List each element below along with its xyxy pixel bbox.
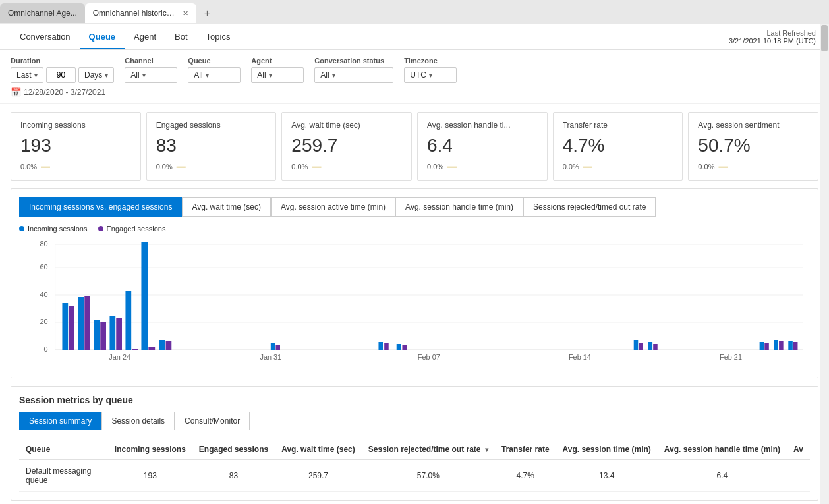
queue-value: All xyxy=(194,70,202,80)
tab-conversation[interactable]: Conversation xyxy=(11,24,80,49)
svg-rect-19 xyxy=(125,291,131,350)
nav-tabs: Conversation Queue Agent Bot Topics Last… xyxy=(0,24,829,50)
kpi-footer-4: 0.0% — xyxy=(563,161,673,172)
svg-rect-31 xyxy=(384,343,389,350)
kpi-title-1: Engaged sessions xyxy=(156,121,267,130)
svg-text:Feb 07: Feb 07 xyxy=(418,354,440,361)
chart-container: 0 20 40 60 80 xyxy=(19,238,810,370)
sub-tabs: Session summary Session details Consult/… xyxy=(19,412,810,430)
kpi-dash-3: — xyxy=(447,161,457,172)
duration-preset-select[interactable]: Last ▾ xyxy=(11,67,43,83)
svg-text:Feb 21: Feb 21 xyxy=(720,354,742,361)
kpi-value-3: 6.4 xyxy=(427,135,538,156)
tab-topics[interactable]: Topics xyxy=(197,24,240,49)
agent-label: Agent xyxy=(251,57,304,65)
conv-status-label: Conversation status xyxy=(314,57,393,65)
kpi-change-3: 0.0% xyxy=(427,163,443,171)
tab-queue[interactable]: Queue xyxy=(80,24,125,49)
channel-select[interactable]: All ▾ xyxy=(125,67,177,83)
svg-rect-12 xyxy=(69,306,74,350)
last-refreshed-label: Last Refreshed xyxy=(729,29,816,37)
scrollbar-thumb[interactable] xyxy=(821,25,828,51)
chart-tab-2[interactable]: Avg. session active time (min) xyxy=(271,197,395,217)
cell-av xyxy=(787,460,810,492)
col-rejected[interactable]: Session rejected/time out rate ▾ xyxy=(362,439,495,460)
cell-engaged: 83 xyxy=(192,460,275,492)
col-queue: Queue xyxy=(19,439,108,460)
add-tab-button[interactable]: + xyxy=(200,6,214,20)
svg-text:Feb 14: Feb 14 xyxy=(569,354,591,361)
chevron-down-icon: ▾ xyxy=(206,72,209,79)
kpi-title-0: Incoming sessions xyxy=(20,121,131,130)
svg-rect-43 xyxy=(793,342,798,350)
svg-rect-33 xyxy=(402,345,407,350)
chart-tab-1[interactable]: Avg. wait time (sec) xyxy=(182,197,270,217)
duration-value-input[interactable] xyxy=(46,67,76,83)
table-row: Default messaging queue 193 83 259.7 57.… xyxy=(19,460,810,492)
chevron-down-icon: ▾ xyxy=(142,72,146,79)
legend-engaged-dot xyxy=(98,226,103,231)
duration-preset-value: Last xyxy=(16,70,32,80)
svg-rect-45 xyxy=(275,345,280,350)
svg-text:60: 60 xyxy=(40,264,48,271)
scrollbar[interactable] xyxy=(820,24,829,504)
filter-queue: Queue All ▾ xyxy=(188,57,241,83)
col-avg-session: Avg. session time (min) xyxy=(556,439,658,460)
svg-text:0: 0 xyxy=(44,346,48,353)
chart-tab-0[interactable]: Incoming sessions vs. engaged sessions xyxy=(19,197,182,217)
kpi-title-4: Transfer rate xyxy=(563,121,673,130)
chevron-down-icon: ▾ xyxy=(429,72,432,79)
kpi-value-0: 193 xyxy=(20,135,131,156)
svg-text:40: 40 xyxy=(40,291,48,298)
svg-rect-14 xyxy=(84,296,90,350)
svg-rect-16 xyxy=(100,322,106,350)
chevron-down-icon: ▾ xyxy=(269,72,272,79)
cell-avg-wait: 259.7 xyxy=(275,460,362,492)
tab-bot[interactable]: Bot xyxy=(165,24,197,49)
svg-rect-35 xyxy=(639,343,643,350)
cell-avg-handle: 6.4 xyxy=(658,460,787,492)
filter-conv-status: Conversation status All ▾ xyxy=(314,57,393,83)
kpi-dash-5: — xyxy=(718,161,728,172)
browser-tab-1[interactable]: Omnichannel Age... xyxy=(0,3,85,23)
browser-tab-2[interactable]: Omnichannel historical an... ✕ xyxy=(85,3,196,23)
legend-engaged: Engaged sessions xyxy=(98,225,166,233)
kpi-dash-4: — xyxy=(583,161,592,172)
channel-value: All xyxy=(130,70,139,80)
last-refreshed-value: 3/21/2021 10:18 PM (UTC) xyxy=(729,37,816,45)
close-icon[interactable]: ✕ xyxy=(183,9,188,18)
sub-tab-consult[interactable]: Consult/Monitor xyxy=(175,412,250,430)
timezone-value: UTC xyxy=(410,70,426,80)
svg-rect-24 xyxy=(166,341,172,350)
kpi-change-5: 0.0% xyxy=(698,163,714,171)
kpi-dash-2: — xyxy=(312,161,321,172)
svg-text:Jan 31: Jan 31 xyxy=(260,354,281,361)
svg-rect-11 xyxy=(62,303,68,350)
kpi-value-2: 259.7 xyxy=(291,135,402,156)
agent-select[interactable]: All ▾ xyxy=(251,67,304,83)
svg-text:80: 80 xyxy=(40,240,48,248)
conv-status-select[interactable]: All ▾ xyxy=(314,67,393,83)
kpi-footer-5: 0.0% — xyxy=(698,161,809,172)
chart-tab-3[interactable]: Avg. session handle time (min) xyxy=(395,197,523,217)
kpi-card-3: Avg. session handle ti... 6.4 0.0% — xyxy=(417,112,548,181)
tab-agent[interactable]: Agent xyxy=(125,24,165,49)
section-title: Session metrics by queue xyxy=(19,395,810,405)
conv-status-value: All xyxy=(320,70,329,80)
timezone-select[interactable]: UTC ▾ xyxy=(404,67,457,83)
sub-tab-details[interactable]: Session details xyxy=(101,412,175,430)
filter-channel: Channel All ▾ xyxy=(125,57,177,83)
data-table: Queue Incoming sessions Engaged sessions… xyxy=(19,439,810,492)
chevron-down-icon: ▾ xyxy=(105,72,108,79)
sub-tab-summary[interactable]: Session summary xyxy=(19,412,101,430)
svg-text:20: 20 xyxy=(40,318,48,325)
duration-unit-select[interactable]: Days ▾ xyxy=(78,67,114,83)
kpi-card-1: Engaged sessions 83 0.0% — xyxy=(146,112,277,181)
svg-rect-13 xyxy=(78,297,84,350)
duration-label: Duration xyxy=(11,57,114,65)
kpi-dash-0: — xyxy=(41,161,50,172)
queue-select[interactable]: All ▾ xyxy=(188,67,241,83)
chart-tab-4[interactable]: Sessions rejected/timed out rate xyxy=(523,197,656,217)
browser-tabs: Omnichannel Age... Omnichannel historica… xyxy=(0,0,829,24)
col-avg-wait: Avg. wait time (sec) xyxy=(275,439,362,460)
